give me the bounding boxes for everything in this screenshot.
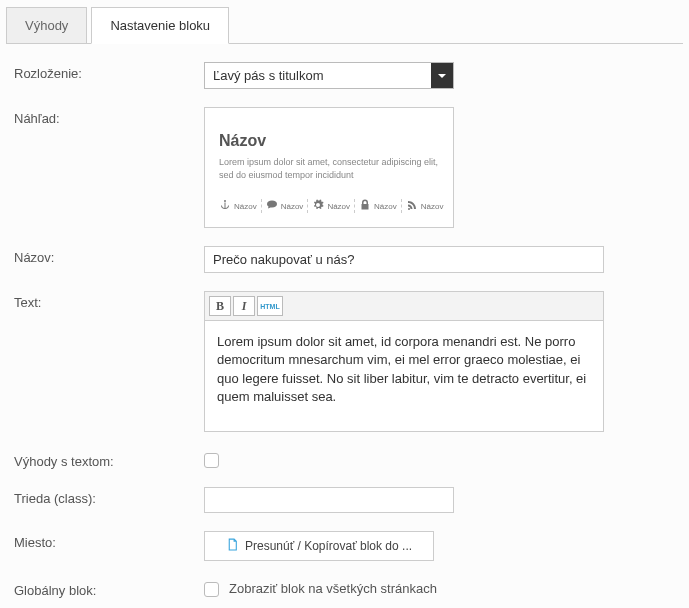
title-input[interactable]	[204, 246, 604, 273]
preview-item: Názov	[219, 199, 262, 213]
preview-item-label: Názov	[421, 202, 444, 211]
preview-desc: Lorem ipsum dolor sit amet, consectetur …	[219, 156, 439, 181]
preview-item: Názov	[359, 199, 402, 213]
layout-select[interactable]: Ľavý pás s titulkom	[204, 62, 454, 89]
document-icon	[226, 538, 239, 554]
label-global-block: Globálny blok:	[14, 579, 204, 598]
editor-textarea[interactable]: Lorem ipsum dolor sit amet, id corpora m…	[205, 321, 603, 431]
tab-benefits[interactable]: Výhody	[6, 7, 87, 44]
preview-items: Názov Názov Názov Názov Názov	[219, 199, 439, 213]
label-title: Názov:	[14, 246, 204, 265]
editor-toolbar: B I HTML	[205, 292, 603, 321]
tabs: Výhody Nastavenie bloku	[6, 6, 683, 44]
layout-select-value: Ľavý pás s titulkom	[205, 63, 431, 88]
class-input[interactable]	[204, 487, 454, 513]
lock-icon	[359, 199, 371, 213]
bold-button[interactable]: B	[209, 296, 231, 316]
move-copy-button[interactable]: Presunúť / Kopírovať blok do ...	[204, 531, 434, 561]
anchor-icon	[219, 199, 231, 213]
global-block-checkbox-label: Zobraziť blok na všetkých stránkach	[229, 581, 437, 596]
label-text: Text:	[14, 291, 204, 310]
preview-item: Názov	[312, 199, 355, 213]
preview-item-label: Názov	[234, 202, 257, 211]
rss-icon	[406, 199, 418, 213]
label-preview: Náhľad:	[14, 107, 204, 126]
preview-item-label: Názov	[374, 202, 397, 211]
label-place: Miesto:	[14, 531, 204, 550]
preview-item-label: Názov	[327, 202, 350, 211]
move-copy-label: Presunúť / Kopírovať blok do ...	[245, 539, 412, 553]
preview-item: Názov	[266, 199, 309, 213]
preview-box: Názov Lorem ipsum dolor sit amet, consec…	[204, 107, 454, 228]
chat-icon	[266, 199, 278, 213]
benefits-with-text-checkbox[interactable]	[204, 453, 219, 468]
preview-item-label: Názov	[281, 202, 304, 211]
label-benefits-with-text: Výhody s textom:	[14, 450, 204, 469]
global-block-checkbox[interactable]	[204, 582, 219, 597]
preview-title: Názov	[219, 132, 439, 150]
label-layout: Rozloženie:	[14, 62, 204, 81]
label-class: Trieda (class):	[14, 487, 204, 506]
italic-button[interactable]: I	[233, 296, 255, 316]
chevron-down-icon	[431, 63, 453, 88]
tab-block-settings[interactable]: Nastavenie bloku	[91, 7, 229, 44]
text-editor: B I HTML Lorem ipsum dolor sit amet, id …	[204, 291, 604, 432]
html-button[interactable]: HTML	[257, 296, 283, 316]
preview-item: Názov	[406, 199, 444, 213]
gears-icon	[312, 199, 324, 213]
